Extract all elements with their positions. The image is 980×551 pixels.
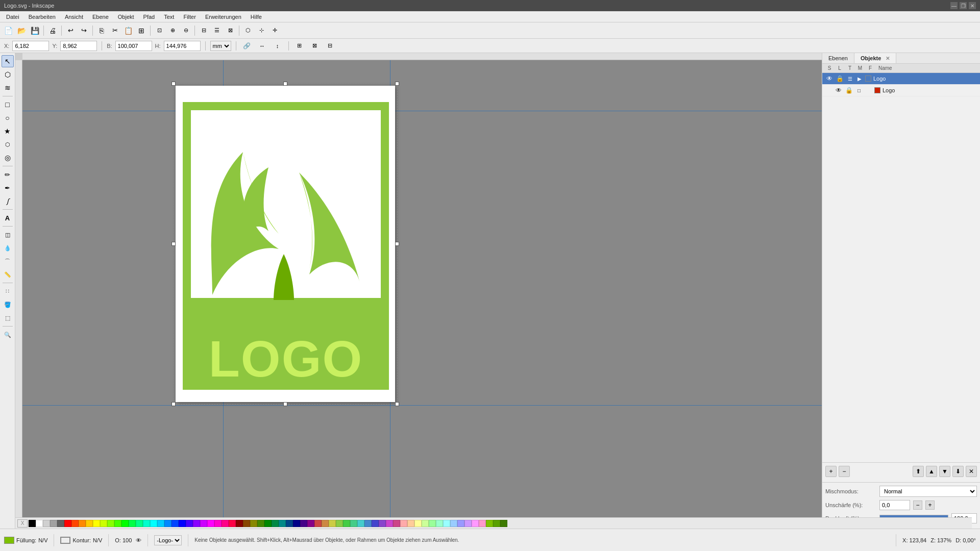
move-up-button[interactable]: ▲	[926, 466, 937, 477]
palette-color[interactable]	[407, 520, 414, 527]
dropper-tool-button[interactable]: 💧	[2, 242, 14, 254]
group-button[interactable]: ⬡	[242, 24, 254, 37]
menu-bearbeiten[interactable]: Bearbeiten	[24, 13, 60, 21]
palette-color[interactable]	[250, 520, 257, 527]
menu-filter[interactable]: Filter	[179, 13, 200, 21]
node-tool-button[interactable]: ⬡	[2, 68, 14, 81]
visibility-icon[interactable]: 👁	[825, 74, 834, 83]
palette-color[interactable]	[207, 520, 214, 527]
palette-color[interactable]	[243, 520, 250, 527]
handle-tl[interactable]	[172, 82, 176, 86]
add-layer-button[interactable]: +	[825, 466, 837, 477]
palette-color[interactable]	[107, 520, 114, 527]
menu-text[interactable]: Text	[160, 13, 178, 21]
palette-color[interactable]	[314, 520, 322, 527]
redo-button[interactable]: ↪	[78, 24, 90, 37]
palette-color[interactable]	[129, 520, 136, 527]
delete-button[interactable]: ✕	[966, 466, 977, 477]
palette-color[interactable]	[364, 520, 372, 527]
palette-color[interactable]	[350, 520, 357, 527]
palette-color[interactable]	[172, 520, 179, 527]
palette-color[interactable]	[86, 520, 93, 527]
menu-ebene[interactable]: Ebene	[88, 13, 113, 21]
palette-color[interactable]	[486, 520, 493, 527]
paste-button[interactable]: 📋	[122, 24, 134, 37]
handle-tr[interactable]	[395, 82, 399, 86]
star-tool-button[interactable]: ★	[2, 125, 14, 137]
palette-color[interactable]	[164, 520, 172, 527]
blur-minus-button[interactable]: −	[913, 500, 922, 510]
ungroup-button[interactable]: ⊹	[255, 24, 267, 37]
select-tool-button[interactable]: ↖	[2, 55, 14, 67]
palette-color[interactable]	[386, 520, 393, 527]
restore-button[interactable]: ❐	[960, 2, 967, 9]
stroke-swatch[interactable]	[60, 537, 70, 544]
palette-color[interactable]	[150, 520, 157, 527]
menu-pfad[interactable]: Pfad	[139, 13, 159, 21]
palette-color[interactable]	[479, 520, 486, 527]
menu-ansicht[interactable]: Ansicht	[61, 13, 87, 21]
undo-button[interactable]: ↩	[64, 24, 77, 37]
y-input[interactable]	[60, 41, 97, 51]
palette-color[interactable]	[222, 520, 229, 527]
rect-tool-button[interactable]: □	[2, 98, 14, 111]
palette-color[interactable]	[357, 520, 364, 527]
menu-datei[interactable]: Datei	[2, 13, 23, 21]
align-left-button[interactable]: ⊟	[198, 24, 210, 37]
blend-mode-select[interactable]: Normal Multiply Screen Overlay	[879, 486, 977, 497]
snap-button[interactable]: ✛	[268, 24, 281, 37]
blur-input[interactable]	[879, 500, 910, 510]
print-button[interactable]: 🖨	[46, 24, 59, 37]
ellipse-tool-button[interactable]: ○	[2, 112, 14, 124]
palette-color[interactable]	[236, 520, 243, 527]
menu-erweiterungen[interactable]: Erweiterungen	[201, 13, 246, 21]
palette-color[interactable]	[214, 520, 222, 527]
palette-color[interactable]	[379, 520, 386, 527]
flip-v-button[interactable]: ↕	[272, 40, 284, 52]
b-input[interactable]	[115, 41, 152, 51]
open-button[interactable]: 📂	[15, 24, 28, 37]
h-input[interactable]	[164, 41, 201, 51]
palette-color[interactable]	[257, 520, 264, 527]
palette-color[interactable]	[436, 520, 443, 527]
handle-tm[interactable]	[283, 82, 287, 86]
palette-color[interactable]	[300, 520, 307, 527]
text-tool-button[interactable]: A	[2, 212, 14, 224]
palette-color[interactable]	[372, 520, 379, 527]
dist-button[interactable]: ⊟	[324, 40, 336, 52]
eraser-tool-button[interactable]: ⬚	[2, 312, 14, 324]
palette-color[interactable]	[272, 520, 279, 527]
unit-select[interactable]: mmpxcmin	[210, 41, 231, 51]
align-right-button[interactable]: ⊠	[224, 24, 236, 37]
palette-color[interactable]	[114, 520, 121, 527]
fill-bucket-button[interactable]: 🪣	[2, 298, 14, 311]
visibility-icon-child[interactable]: 👁	[835, 86, 843, 94]
layer-select[interactable]: -Logo-	[154, 535, 182, 545]
zoom-out-button[interactable]: ⊖	[180, 24, 192, 37]
palette-color[interactable]	[136, 520, 143, 527]
menu-objekt[interactable]: Objekt	[114, 13, 138, 21]
blur-plus-button[interactable]: +	[925, 500, 935, 510]
palette-color[interactable]	[414, 520, 422, 527]
palette-color[interactable]	[229, 520, 236, 527]
minimize-button[interactable]: —	[950, 2, 958, 9]
measure-tool-button[interactable]: 📏	[2, 268, 14, 281]
palette-color[interactable]	[443, 520, 450, 527]
palette-color[interactable]	[50, 520, 57, 527]
palette-color[interactable]	[429, 520, 436, 527]
remove-layer-button[interactable]: −	[839, 466, 850, 477]
palette-color[interactable]	[322, 520, 329, 527]
zoom-fit-button[interactable]: ⊡	[153, 24, 165, 37]
palette-color[interactable]	[29, 520, 36, 527]
lock-ratio-button[interactable]: 🔗	[241, 40, 253, 52]
close-button[interactable]: ✕	[969, 2, 976, 9]
layer-row-logo-child[interactable]: 👁 🔒 □ Logo	[822, 85, 980, 96]
palette-color[interactable]	[179, 520, 186, 527]
duplicate-button[interactable]: ⊞	[135, 24, 148, 37]
viewport[interactable]: LOGO	[22, 60, 958, 521]
row-expand[interactable]: ▶	[856, 76, 863, 82]
palette-color[interactable]	[500, 520, 507, 527]
palette-color[interactable]	[286, 520, 293, 527]
palette-color[interactable]	[472, 520, 479, 527]
palette-color[interactable]	[450, 520, 457, 527]
